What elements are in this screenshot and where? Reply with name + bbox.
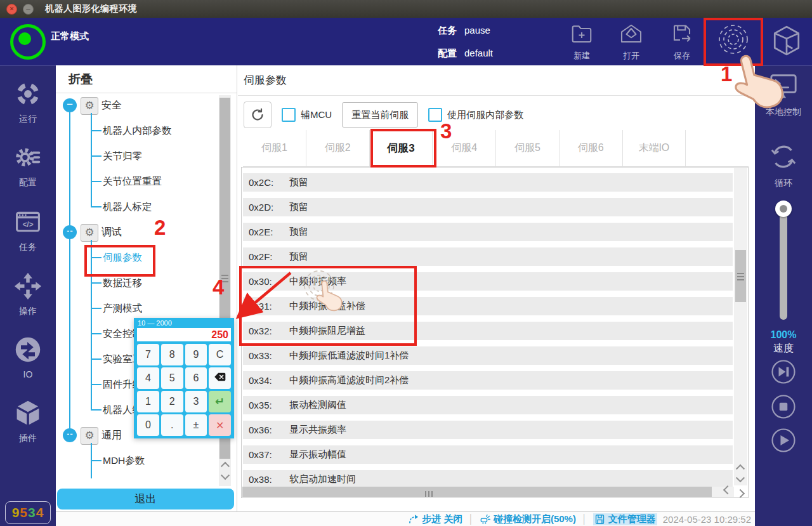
tree-item-机器人标定[interactable]: 机器人标定 xyxy=(56,194,218,220)
tree-item-关节位置重置[interactable]: 关节位置重置 xyxy=(56,169,218,194)
keypad-value-input[interactable]: 250 xyxy=(137,328,231,341)
open-button[interactable]: 打开 xyxy=(611,20,652,63)
exit-button[interactable]: 退出 xyxy=(57,489,234,510)
tree-item-伺服参数[interactable]: 伺服参数 xyxy=(56,245,218,270)
tree-group-调试[interactable]: − ⚙ 调试 xyxy=(56,220,218,245)
sidebar-item-plugin[interactable]: 插件 xyxy=(0,399,56,449)
keypad-key-clear[interactable]: C xyxy=(209,344,231,365)
keypad-key-1[interactable]: 1 xyxy=(137,391,159,412)
table-horizontal-scrollbar[interactable] xyxy=(242,487,734,497)
tree-header[interactable]: 折叠 xyxy=(56,65,237,93)
sidebar-item-run[interactable]: 运行 xyxy=(0,80,56,129)
mode-label: 正常模式 xyxy=(51,30,89,43)
param-row-0x37[interactable]: 0x37:显示振动幅值 xyxy=(243,445,733,464)
table-scroll-down-button[interactable] xyxy=(734,474,746,485)
collapse-icon[interactable]: − xyxy=(63,98,77,112)
keypad-key-9[interactable]: 9 xyxy=(185,344,207,365)
tab-伺服4[interactable]: 伺服4 xyxy=(432,130,495,166)
sidebar-item-task[interactable]: </>任务 xyxy=(0,208,56,258)
param-row-0x34[interactable]: 0x34:中频抑振高通滤波时间2补偿 xyxy=(243,371,733,390)
play-button[interactable] xyxy=(771,428,796,453)
tab-伺服2[interactable]: 伺服2 xyxy=(306,130,369,166)
keypad-key-0[interactable]: 0 xyxy=(137,414,159,436)
tree-item-MDH参数[interactable]: MDH参数 xyxy=(56,448,218,473)
tree-item-产测模式[interactable]: 产测模式 xyxy=(56,296,218,321)
keypad-key-6[interactable]: 6 xyxy=(185,367,207,389)
sidebar-item-io[interactable]: IO xyxy=(0,336,56,385)
tree-item-关节归零[interactable]: 关节归零 xyxy=(56,143,218,169)
keypad-key-2[interactable]: 2 xyxy=(161,391,183,412)
sidebar-item-operate[interactable]: 操作 xyxy=(0,272,56,322)
keypad-key-backspace[interactable] xyxy=(209,367,231,389)
sidebar-item-config[interactable]: 配置 xyxy=(0,143,56,193)
tab-伺服1[interactable]: 伺服1 xyxy=(243,130,306,166)
param-row-0x2D[interactable]: 0x2D:预留 xyxy=(243,198,733,216)
right-sidebar: 本地控制 循环 100% 速度 xyxy=(755,65,812,526)
loop-button[interactable]: 循环 xyxy=(755,142,812,189)
step-icon xyxy=(408,514,419,525)
new-button[interactable]: 新建 xyxy=(561,20,602,63)
keypad-key-5[interactable]: 5 xyxy=(161,367,183,389)
save-button[interactable]: 保存 xyxy=(662,20,702,63)
tree-item-label: 数据迁移 xyxy=(103,277,142,290)
aux-mcu-checkbox[interactable] xyxy=(282,108,296,122)
param-row-0x38[interactable]: 0x38:软启动加速时间 xyxy=(243,470,733,489)
tree-item-数据迁移[interactable]: 数据迁移 xyxy=(56,270,218,296)
touch-mode-button[interactable] xyxy=(706,19,761,62)
table-scroll-corner xyxy=(710,487,747,497)
stop-button[interactable] xyxy=(771,394,796,419)
keypad-key-7[interactable]: 7 xyxy=(137,344,159,365)
refresh-button[interactable] xyxy=(244,102,272,128)
close-icon[interactable]: ✕ xyxy=(6,4,17,15)
terminal-icon xyxy=(769,71,798,103)
param-row-0x2C[interactable]: 0x2C:预留 xyxy=(243,173,733,192)
table-scroll-up-button[interactable] xyxy=(734,461,746,473)
keypad-key-enter[interactable]: ↵ xyxy=(209,391,231,412)
tree-item-机器人内部参数[interactable]: 机器人内部参数 xyxy=(56,118,218,143)
param-row-0x30[interactable]: 0x30:中频抑振频率 xyxy=(243,272,733,291)
param-row-0x33[interactable]: 0x33:中频抑振低通滤波时间1补偿 xyxy=(243,346,733,365)
keypad-key-8[interactable]: 8 xyxy=(161,344,183,365)
speed-slider-handle[interactable] xyxy=(775,201,792,217)
reset-servo-button[interactable]: 重置当前伺服 xyxy=(342,102,418,128)
keypad-key-cancel[interactable]: ✕ xyxy=(209,414,231,436)
use-internal-checkbox[interactable] xyxy=(428,108,442,122)
param-address: 0x30: xyxy=(249,276,289,287)
table-hscroll-thumb[interactable] xyxy=(242,487,712,497)
tab-伺服3[interactable]: 伺服3 xyxy=(369,130,433,166)
param-row-0x2F[interactable]: 0x2F:预留 xyxy=(243,247,733,266)
table-vscroll-thumb[interactable] xyxy=(735,250,746,302)
keypad-key-4[interactable]: 4 xyxy=(137,367,159,389)
local-control-button[interactable]: 本地控制 xyxy=(755,71,812,118)
tree-scroll-up-button[interactable] xyxy=(219,459,231,470)
param-row-0x36[interactable]: 0x36:显示共振频率 xyxy=(243,421,733,439)
table-vertical-scrollbar[interactable] xyxy=(734,168,747,485)
param-row-0x31[interactable]: 0x31:中频抑振增益补偿 xyxy=(243,297,733,315)
gear-icon: ⚙ xyxy=(81,97,98,115)
step-mode-toggle[interactable]: 步进 关闭 xyxy=(408,513,462,525)
speed-slider-track[interactable] xyxy=(780,207,787,320)
tree-scroll-down-button[interactable] xyxy=(219,471,231,483)
step-forward-button[interactable] xyxy=(771,359,796,385)
sidebar-item-label: 操作 xyxy=(19,306,37,317)
status-badge: 9534 xyxy=(5,501,51,524)
tab-伺服6[interactable]: 伺服6 xyxy=(559,130,622,166)
collision-detect-toggle[interactable]: 碰撞检测开启(50%) xyxy=(480,513,576,525)
keypad-key-.[interactable]: . xyxy=(161,414,183,436)
3d-view-button[interactable] xyxy=(769,23,804,58)
param-address: 0x2D: xyxy=(249,202,289,213)
table-scroll-right-button[interactable] xyxy=(736,489,745,498)
tab-伺服5[interactable]: 伺服5 xyxy=(495,130,559,166)
minimize-icon[interactable]: ─ xyxy=(23,4,34,15)
keypad-key-3[interactable]: 3 xyxy=(185,391,207,412)
param-row-0x35[interactable]: 0x35:振动检测阈值 xyxy=(243,396,733,414)
config-label: 配置 xyxy=(438,48,457,60)
file-manager-button[interactable]: 文件管理器 xyxy=(593,513,657,525)
tab-末端IO[interactable]: 末端IO xyxy=(622,130,686,166)
table-scroll-left-button[interactable] xyxy=(723,485,732,494)
keypad-key-±[interactable]: ± xyxy=(185,414,207,436)
param-row-0x32[interactable]: 0x32:中频抑振阻尼增益 xyxy=(243,322,733,340)
tree-group-安全[interactable]: − ⚙ 安全 xyxy=(56,93,218,118)
param-row-0x2E[interactable]: 0x2E:预留 xyxy=(243,223,733,241)
param-address: 0x2C: xyxy=(249,177,289,188)
